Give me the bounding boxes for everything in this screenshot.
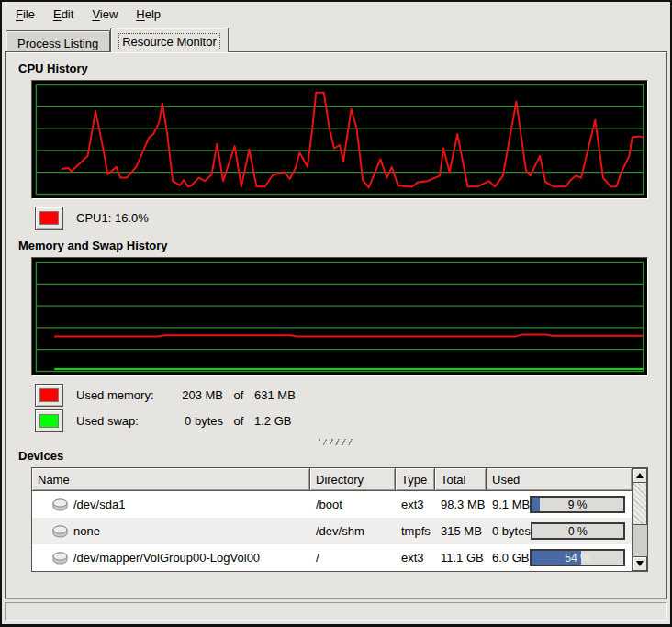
cpu-history-graph: [31, 80, 648, 199]
used-swap-color-swatch: [39, 414, 59, 428]
status-bar: [5, 602, 667, 621]
device-name: /dev/mapper/VolGroup00-LogVol00: [73, 551, 260, 565]
column-header-used[interactable]: Used: [487, 468, 632, 491]
device-used-cell: 6.0 GB54 %: [487, 544, 632, 571]
memory-swap-title: Memory and Swap History: [18, 239, 659, 252]
device-used-cell: 0 bytes0 %: [487, 518, 632, 544]
device-total-cell: 98.3 MB: [435, 491, 487, 518]
devices-scrollbar[interactable]: [632, 468, 647, 571]
device-name: /dev/sda1: [73, 498, 125, 511]
device-directory-cell: /boot: [310, 491, 396, 518]
devices-table: Name Directory Type Total Used /dev/sda1…: [31, 467, 648, 572]
device-used-amount: 6.0 GB: [492, 551, 529, 565]
menu-item-help[interactable]: Help: [128, 5, 169, 24]
used-swap-value: 0 bytes: [166, 414, 223, 428]
device-type-cell: tmpfs: [396, 518, 435, 544]
device-used-cell: 9.1 MB9 %: [487, 491, 632, 518]
usage-percent-label: 0 %: [532, 524, 623, 538]
device-name-cell: none: [32, 518, 310, 544]
column-header-directory[interactable]: Directory: [310, 468, 396, 491]
cpu1-color-button[interactable]: [35, 207, 63, 230]
status-bar-area: [2, 599, 670, 624]
used-memory-of: of: [223, 388, 254, 402]
device-type-cell: ext3: [396, 544, 435, 571]
column-header-type[interactable]: Type: [396, 468, 435, 491]
used-memory-value: 203 MB: [166, 388, 223, 402]
tab-process-listing[interactable]: Process Listing: [6, 30, 110, 51]
scrollbar-up-button[interactable]: [633, 468, 647, 483]
used-swap-of: of: [223, 414, 254, 428]
scrollbar-thumb[interactable]: [633, 483, 647, 525]
memory-swap-chart: [32, 258, 647, 375]
pane-resize-handle[interactable]: [319, 439, 353, 445]
cpu1-usage-label: CPU1: 16.0%: [76, 211, 149, 225]
device-total-cell: 315 MB: [435, 518, 487, 544]
device-used-amount: 9.1 MB: [492, 498, 530, 511]
scrollbar-down-button[interactable]: [633, 556, 647, 571]
system-monitor-window: FileEditViewHelp Process Listing Resourc…: [0, 0, 672, 627]
up-arrow-icon: [636, 473, 644, 478]
column-header-name[interactable]: Name: [32, 468, 310, 491]
tab-process-listing-label: Process Listing: [17, 37, 98, 50]
device-row[interactable]: none/dev/shmtmpfs315 MB0 bytes0 %: [32, 518, 632, 544]
usage-progress-bar: 0 %: [531, 522, 625, 540]
used-memory-total: 631 MB: [254, 388, 319, 402]
disk-icon: [52, 552, 68, 565]
menu-item-edit[interactable]: Edit: [45, 5, 82, 24]
scrollbar-trough[interactable]: [633, 525, 647, 556]
device-row[interactable]: /dev/mapper/VolGroup00-LogVol00/ext311.1…: [32, 544, 632, 571]
devices-table-header: Name Directory Type Total Used: [32, 468, 632, 491]
devices-title: Devices: [18, 449, 659, 463]
menu-bar: FileEditViewHelp: [2, 2, 670, 26]
used-swap-label: Used swap:: [76, 414, 166, 428]
used-swap-color-button[interactable]: [35, 409, 63, 432]
device-type-cell: ext3: [396, 491, 435, 518]
device-name-cell: /dev/sda1: [32, 491, 310, 518]
cpu-history-chart: [32, 81, 647, 198]
tab-resource-monitor[interactable]: Resource Monitor: [110, 28, 229, 52]
used-memory-label: Used memory:: [76, 388, 166, 402]
down-arrow-icon: [636, 561, 644, 566]
cpu-history-title: CPU History: [18, 62, 659, 75]
menu-item-view[interactable]: View: [84, 5, 126, 24]
resource-monitor-panel: CPU History CPU1: 16.0% Memory and Swap …: [5, 51, 667, 599]
used-memory-legend: Used memory: 203 MB of 631 MB: [35, 383, 659, 407]
usage-progress-bar: 9 %: [530, 496, 625, 513]
disk-icon: [52, 498, 68, 511]
cpu1-color-swatch: [39, 211, 59, 225]
cpu-legend: CPU1: 16.0%: [35, 206, 659, 230]
disk-icon: [52, 525, 68, 538]
used-memory-color-button[interactable]: [35, 384, 63, 407]
device-name: none: [73, 524, 100, 538]
device-directory-cell: /dev/shm: [310, 518, 396, 544]
devices-table-body: /dev/sda1/bootext398.3 MB9.1 MB9 %none/d…: [32, 491, 632, 571]
device-directory-cell: /: [310, 544, 396, 571]
tab-resource-monitor-label: Resource Monitor: [122, 35, 217, 49]
usage-progress-bar: 54 %: [530, 549, 625, 566]
usage-percent-label: 54 %: [532, 551, 623, 565]
device-used-amount: 0 bytes: [492, 524, 531, 538]
column-header-total[interactable]: Total: [435, 468, 487, 491]
used-swap-legend: Used swap: 0 bytes of 1.2 GB: [35, 409, 659, 432]
device-name-cell: /dev/mapper/VolGroup00-LogVol00: [32, 544, 310, 571]
used-memory-color-swatch: [39, 388, 59, 402]
usage-percent-label: 9 %: [532, 498, 623, 511]
tab-strip: Process Listing Resource Monitor: [2, 26, 670, 51]
device-total-cell: 11.1 GB: [435, 544, 487, 571]
used-swap-total: 1.2 GB: [254, 414, 319, 428]
device-row[interactable]: /dev/sda1/bootext398.3 MB9.1 MB9 %: [32, 491, 632, 518]
memory-swap-graph: [31, 257, 648, 376]
menu-item-file[interactable]: File: [7, 5, 43, 24]
